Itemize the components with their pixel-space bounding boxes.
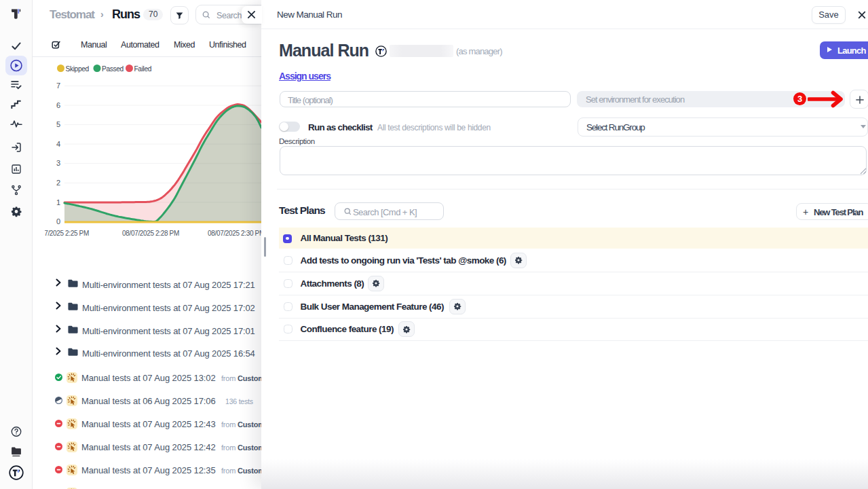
svg-text:Skipped: Skipped — [66, 65, 90, 73]
svg-text:Passed: Passed — [102, 65, 124, 73]
svg-text:7: 7 — [56, 82, 60, 90]
svg-text:0: 0 — [56, 217, 60, 225]
svg-text:08/07/2025 2:28 PM: 08/07/2025 2:28 PM — [122, 230, 179, 237]
svg-text:3: 3 — [56, 159, 60, 167]
svg-text:Failed: Failed — [134, 65, 152, 73]
svg-text:4: 4 — [56, 140, 60, 148]
svg-text:2: 2 — [56, 179, 60, 187]
svg-text:5: 5 — [56, 120, 60, 128]
svg-text:08/07/2025 2:30 PM: 08/07/2025 2:30 PM — [208, 230, 261, 237]
svg-text:1: 1 — [56, 198, 60, 206]
svg-text:6: 6 — [56, 101, 60, 109]
